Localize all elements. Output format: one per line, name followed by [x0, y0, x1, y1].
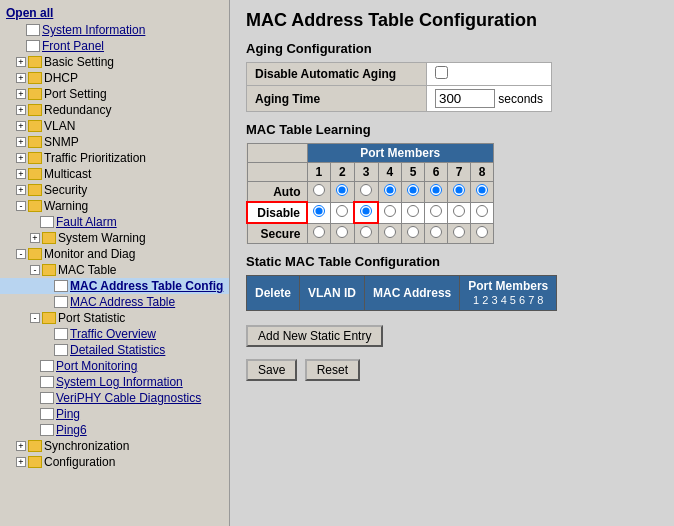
disable-port4-radio[interactable]	[384, 205, 396, 217]
expand-btn-port-statistic[interactable]: -	[30, 313, 40, 323]
sidebar-item-system-warning[interactable]: +System Warning	[0, 230, 229, 246]
sidebar-item-port-statistic[interactable]: -Port Statistic	[0, 310, 229, 326]
expand-btn-redundancy[interactable]: +	[16, 105, 26, 115]
auto-port6-radio[interactable]	[430, 184, 442, 196]
sidebar-label-synchronization: Synchronization	[44, 439, 129, 453]
port-members-header: Port Members	[307, 144, 494, 163]
sidebar-item-redundancy[interactable]: +Redundancy	[0, 102, 229, 118]
sidebar-item-port-monitoring[interactable]: Port Monitoring	[0, 358, 229, 374]
expand-btn-security[interactable]: +	[16, 185, 26, 195]
sidebar-item-port-setting[interactable]: +Port Setting	[0, 86, 229, 102]
expand-btn-mac-table[interactable]: -	[30, 265, 40, 275]
sidebar-label-warning: Warning	[44, 199, 88, 213]
secure-port6-radio[interactable]	[430, 226, 442, 238]
disable-port8-radio[interactable]	[476, 205, 488, 217]
open-all-link[interactable]: Open all	[0, 4, 229, 22]
sidebar-item-traffic-prioritization[interactable]: +Traffic Prioritization	[0, 150, 229, 166]
sidebar-item-configuration[interactable]: +Configuration	[0, 454, 229, 470]
auto-port2-radio[interactable]	[336, 184, 348, 196]
secure-port1-radio[interactable]	[313, 226, 325, 238]
expand-btn-port-setting[interactable]: +	[16, 89, 26, 99]
expand-btn-synchronization[interactable]: +	[16, 441, 26, 451]
folder-icon-dhcp	[28, 72, 42, 84]
save-button[interactable]: Save	[246, 359, 297, 381]
sidebar-label-system-information: System Information	[42, 23, 145, 37]
aging-time-input[interactable]	[435, 89, 495, 108]
disable-port5-radio[interactable]	[407, 205, 419, 217]
sidebar-item-detailed-statistics[interactable]: Detailed Statistics	[0, 342, 229, 358]
add-new-static-entry-button[interactable]: Add New Static Entry	[246, 325, 383, 347]
folder-icon-traffic-prioritization	[28, 152, 42, 164]
sidebar-item-system-log-information[interactable]: System Log Information	[0, 374, 229, 390]
auto-port7-radio[interactable]	[453, 184, 465, 196]
sidebar-item-front-panel[interactable]: Front Panel	[0, 38, 229, 54]
sidebar-item-synchronization[interactable]: +Synchronization	[0, 438, 229, 454]
secure-port2-radio[interactable]	[336, 226, 348, 238]
disable-port7-radio[interactable]	[453, 205, 465, 217]
auto-port3-radio[interactable]	[360, 184, 372, 196]
disable-aging-checkbox[interactable]	[435, 66, 448, 79]
sidebar-item-vlan[interactable]: +VLAN	[0, 118, 229, 134]
reset-button[interactable]: Reset	[305, 359, 360, 381]
sidebar-item-mac-address-table[interactable]: MAC Address Table	[0, 294, 229, 310]
aging-time-label: Aging Time	[247, 86, 427, 112]
auto-port1-radio[interactable]	[313, 184, 325, 196]
auto-label: Auto	[247, 182, 307, 203]
auto-port8-radio[interactable]	[476, 184, 488, 196]
sidebar-item-multicast[interactable]: +Multicast	[0, 166, 229, 182]
sidebar-label-system-log-information: System Log Information	[56, 375, 183, 389]
folder-icon-vlan	[28, 120, 42, 132]
sidebar-item-ping[interactable]: Ping	[0, 406, 229, 422]
sidebar-label-mac-table: MAC Table	[58, 263, 116, 277]
sidebar-item-snmp[interactable]: +SNMP	[0, 134, 229, 150]
sidebar-item-system-information[interactable]: System Information	[0, 22, 229, 38]
folder-icon-redundancy	[28, 104, 42, 116]
secure-port4-radio[interactable]	[384, 226, 396, 238]
secure-port5-radio[interactable]	[407, 226, 419, 238]
expand-btn-warning[interactable]: -	[16, 201, 26, 211]
sidebar-item-ping6[interactable]: Ping6	[0, 422, 229, 438]
sidebar-item-mac-address-table-config[interactable]: MAC Address Table Config	[0, 278, 229, 294]
disable-port3-radio[interactable]	[360, 205, 372, 217]
sidebar-item-basic-setting[interactable]: +Basic Setting	[0, 54, 229, 70]
sidebar-item-fault-alarm[interactable]: Fault Alarm	[0, 214, 229, 230]
port-4-header: 4	[378, 163, 402, 182]
sidebar-item-dhcp[interactable]: +DHCP	[0, 70, 229, 86]
expand-btn-traffic-prioritization[interactable]: +	[16, 153, 26, 163]
secure-port7-radio[interactable]	[453, 226, 465, 238]
disable-port2-radio[interactable]	[336, 205, 348, 217]
disable-aging-label: Disable Automatic Aging	[247, 63, 427, 86]
sidebar-item-security[interactable]: +Security	[0, 182, 229, 198]
expand-btn-vlan[interactable]: +	[16, 121, 26, 131]
expand-btn-system-warning[interactable]: +	[30, 233, 40, 243]
secure-port3-radio[interactable]	[360, 226, 372, 238]
expand-btn-multicast[interactable]: +	[16, 169, 26, 179]
aging-time-suffix: seconds	[498, 92, 543, 106]
page-icon-traffic-overview	[54, 328, 68, 340]
auto-port4-radio[interactable]	[384, 184, 396, 196]
page-icon-detailed-statistics	[54, 344, 68, 356]
learning-row-secure: Secure	[247, 223, 494, 244]
folder-icon-basic-setting	[28, 56, 42, 68]
secure-port8-radio[interactable]	[476, 226, 488, 238]
disable-port1-radio[interactable]	[313, 205, 325, 217]
sidebar-label-mac-address-table-config: MAC Address Table Config	[70, 279, 223, 293]
sidebar-label-basic-setting: Basic Setting	[44, 55, 114, 69]
disable-port6-radio[interactable]	[430, 205, 442, 217]
sidebar-label-port-statistic: Port Statistic	[58, 311, 125, 325]
sidebar-item-mac-table[interactable]: -MAC Table	[0, 262, 229, 278]
expand-btn-configuration[interactable]: +	[16, 457, 26, 467]
expand-btn-basic-setting[interactable]: +	[16, 57, 26, 67]
expand-btn-monitor-and-diag[interactable]: -	[16, 249, 26, 259]
expand-btn-snmp[interactable]: +	[16, 137, 26, 147]
sidebar-label-security: Security	[44, 183, 87, 197]
sidebar-item-veriphy-cable-diagnostics[interactable]: VeriPHY Cable Diagnostics	[0, 390, 229, 406]
sidebar-label-traffic-prioritization: Traffic Prioritization	[44, 151, 146, 165]
sidebar-label-fault-alarm: Fault Alarm	[56, 215, 117, 229]
sidebar-label-traffic-overview: Traffic Overview	[70, 327, 156, 341]
sidebar-item-traffic-overview[interactable]: Traffic Overview	[0, 326, 229, 342]
auto-port5-radio[interactable]	[407, 184, 419, 196]
sidebar-item-warning[interactable]: -Warning	[0, 198, 229, 214]
expand-btn-dhcp[interactable]: +	[16, 73, 26, 83]
sidebar-item-monitor-and-diag[interactable]: -Monitor and Diag	[0, 246, 229, 262]
